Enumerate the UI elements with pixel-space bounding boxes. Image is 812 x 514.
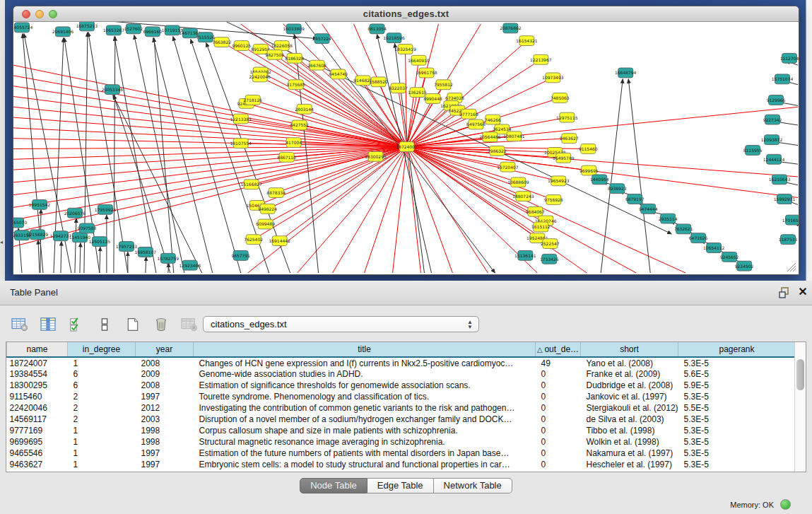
table-scrollbar[interactable] bbox=[794, 342, 806, 472]
table-cell[interactable]: Disruption of a novel member of a sodium… bbox=[194, 414, 536, 425]
graph-node[interactable]: 8878334 bbox=[266, 188, 286, 198]
graph-node[interactable]: 7986322 bbox=[488, 146, 507, 156]
graph-node[interactable]: 16210643 bbox=[769, 175, 791, 185]
graph-node[interactable]: 12444124 bbox=[763, 154, 785, 164]
graph-node[interactable]: 11451940 bbox=[69, 233, 91, 243]
graph-node[interactable]: 19218596 bbox=[383, 33, 405, 43]
graph-node[interactable]: 8867110 bbox=[277, 152, 296, 162]
table-cell[interactable]: 2 bbox=[68, 391, 136, 402]
graph-node[interactable]: 1112704 bbox=[780, 53, 799, 63]
delete-table-icon[interactable] bbox=[180, 315, 199, 334]
graph-node[interactable]: 7663822 bbox=[212, 37, 231, 47]
graph-node[interactable]: 9234502 bbox=[735, 261, 754, 271]
table-cell[interactable]: de Silva et al. (2003) bbox=[581, 414, 678, 425]
table-cell[interactable]: 5.3E-5 bbox=[678, 357, 796, 368]
graph-node[interactable]: 6879197 bbox=[625, 194, 645, 204]
graph-node[interactable]: 18107554 bbox=[230, 139, 252, 148]
close-panel-icon[interactable]: ✕ bbox=[797, 286, 808, 298]
graph-node[interactable]: 16154321 bbox=[516, 36, 538, 46]
table-cell[interactable]: 0 bbox=[536, 436, 581, 448]
table-cell[interactable]: 0 bbox=[536, 391, 581, 402]
table-cell[interactable]: 0 bbox=[536, 402, 581, 414]
graph-node[interactable]: 12975115 bbox=[556, 112, 578, 122]
table-cell[interactable]: 9777169 bbox=[7, 425, 68, 436]
table-cell[interactable]: 0 bbox=[536, 448, 581, 459]
graph-node[interactable]: 14055724 bbox=[13, 23, 33, 33]
graph-node[interactable]: 20065070 bbox=[13, 218, 27, 228]
table-cell[interactable]: 0 bbox=[536, 459, 581, 470]
table-cell[interactable]: Stergiakouli et al. (2012) bbox=[581, 402, 678, 414]
graph-node[interactable]: 9756928 bbox=[544, 195, 563, 205]
graph-node[interactable]: 1733426 bbox=[540, 254, 559, 264]
table-cell[interactable]: 1 bbox=[68, 459, 136, 470]
graph-node[interactable]: 17959928 bbox=[95, 204, 117, 214]
graph-node[interactable]: 7955812 bbox=[434, 80, 453, 90]
tab-edge-table[interactable]: Edge Table bbox=[367, 478, 434, 493]
graph-node[interactable]: 9857791 bbox=[231, 250, 250, 260]
graph-node[interactable]: 22420046 bbox=[249, 72, 271, 82]
table-row[interactable]: 1938455462009Genome-wide association stu… bbox=[7, 368, 796, 380]
graph-node[interactable]: 6471626 bbox=[689, 233, 708, 243]
table-cell[interactable]: 2 bbox=[68, 402, 136, 414]
graph-node[interactable]: 8186328 bbox=[285, 53, 304, 63]
column-header-name[interactable]: name bbox=[7, 342, 68, 357]
graph-node[interactable]: 16640910 bbox=[408, 55, 430, 65]
graph-node[interactable]: 12156829 bbox=[27, 230, 49, 240]
float-panel-icon[interactable] bbox=[778, 286, 792, 299]
table-cell[interactable]: Corpus callosum shape and size in male p… bbox=[194, 425, 536, 436]
table-cell[interactable]: Yano et al. (2008) bbox=[581, 357, 678, 368]
graph-node[interactable]: 9097588 bbox=[78, 223, 97, 233]
graph-node[interactable]: 9498224 bbox=[258, 204, 277, 214]
graph-node[interactable]: 9129966 bbox=[767, 95, 786, 105]
graph-node[interactable]: 16875213 bbox=[76, 22, 98, 31]
graph-node[interactable]: 16495789 bbox=[553, 153, 575, 163]
table-cell[interactable]: 5.6E-5 bbox=[678, 368, 796, 380]
graph-node[interactable]: 6497568 bbox=[466, 119, 486, 129]
graph-node[interactable]: 10973493 bbox=[542, 73, 564, 83]
graph-node[interactable]: 9245652 bbox=[720, 252, 739, 262]
table-cell[interactable]: Estimation of the future numbers of pati… bbox=[194, 448, 536, 459]
table-cell[interactable]: Hescheler et al. (1997) bbox=[581, 459, 678, 470]
table-cell[interactable]: 2 bbox=[68, 414, 136, 425]
network-canvas[interactable]: 1872400776638229960125891295418226058982… bbox=[13, 22, 799, 274]
graph-node[interactable]: 7632621 bbox=[674, 224, 693, 234]
graph-node[interactable]: 9699695 bbox=[579, 165, 599, 175]
table-cell[interactable]: Estimation of significance thresholds fo… bbox=[194, 380, 536, 391]
table-cell[interactable]: 6 bbox=[68, 380, 136, 391]
table-cell[interactable]: 5.3E-5 bbox=[678, 436, 796, 448]
graph-node[interactable]: 417004 bbox=[286, 138, 302, 148]
tab-node-table[interactable]: Node Table bbox=[300, 478, 367, 493]
table-cell[interactable]: 1997 bbox=[136, 459, 194, 470]
graph-node[interactable]: 8454749 bbox=[329, 69, 348, 79]
table-cell[interactable]: 5.3E-5 bbox=[678, 425, 796, 436]
graph-node[interactable]: 16033809 bbox=[283, 24, 305, 34]
graph-node[interactable]: 19654923 bbox=[548, 176, 570, 186]
graph-node[interactable]: 16648794 bbox=[615, 68, 637, 78]
table-cell[interactable]: 5.3E-5 bbox=[678, 448, 796, 459]
table-cell[interactable]: Nakamura et al. (1997) bbox=[581, 448, 678, 459]
graph-node[interactable]: 8990448 bbox=[423, 94, 442, 104]
table-cell[interactable]: 2012 bbox=[136, 402, 194, 414]
table-settings-icon[interactable] bbox=[10, 315, 30, 334]
table-cell[interactable]: Jankovic et al. (1997) bbox=[581, 391, 678, 402]
graph-node[interactable]: 7625402 bbox=[244, 235, 263, 245]
table-cell[interactable]: 5.5E-5 bbox=[678, 402, 796, 414]
table-cell[interactable]: 0 bbox=[536, 380, 581, 391]
table-row[interactable]: 946362711997Embryonic stem cells: a mode… bbox=[7, 459, 796, 470]
table-cell[interactable]: Investigating the contribution of common… bbox=[194, 402, 536, 414]
table-cell[interactable]: 1998 bbox=[136, 425, 194, 436]
table-cell[interactable]: Tibbo et al. (1998) bbox=[581, 425, 678, 436]
graph-node[interactable]: 1187533 bbox=[779, 235, 798, 245]
resize-grip[interactable] bbox=[785, 261, 796, 272]
graph-node[interactable]: 1440954 bbox=[590, 175, 609, 185]
minimize-traffic-light[interactable] bbox=[35, 10, 44, 18]
graph-node[interactable]: 1527602 bbox=[124, 24, 143, 34]
graph-node[interactable]: 20053346 bbox=[102, 85, 124, 95]
table-row[interactable]: 1830029562008Estimation of significance … bbox=[7, 380, 796, 391]
table-cell[interactable]: 9463627 bbox=[7, 459, 68, 470]
graph-node[interactable]: 16958107 bbox=[135, 247, 157, 257]
graph-node[interactable]: 9684067 bbox=[526, 206, 545, 216]
graph-node[interactable]: 7857224 bbox=[312, 34, 331, 44]
column-header-out_de[interactable]: △ out_de… bbox=[536, 342, 581, 357]
table-cell[interactable]: Franke et al. (2009) bbox=[581, 368, 678, 380]
